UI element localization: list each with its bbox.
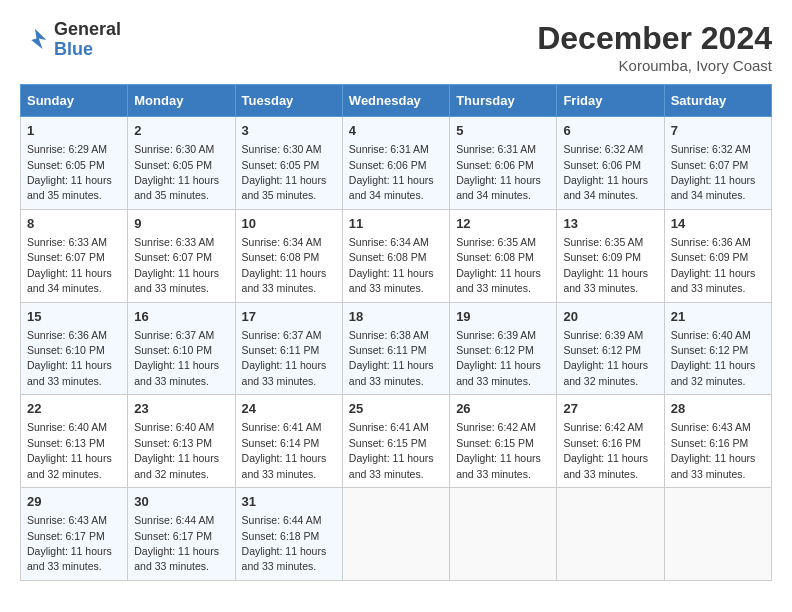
calendar-cell: 31Sunrise: 6:44 AMSunset: 6:18 PMDayligh… — [235, 488, 342, 581]
calendar-week-row: 15Sunrise: 6:36 AMSunset: 6:10 PMDayligh… — [21, 302, 772, 395]
cell-details: Sunrise: 6:29 AMSunset: 6:05 PMDaylight:… — [27, 143, 112, 201]
day-number: 10 — [242, 215, 336, 233]
day-number: 27 — [563, 400, 657, 418]
day-number: 20 — [563, 308, 657, 326]
logo-line2: Blue — [54, 40, 121, 60]
cell-details: Sunrise: 6:41 AMSunset: 6:15 PMDaylight:… — [349, 421, 434, 479]
calendar-cell: 24Sunrise: 6:41 AMSunset: 6:14 PMDayligh… — [235, 395, 342, 488]
cell-details: Sunrise: 6:39 AMSunset: 6:12 PMDaylight:… — [563, 329, 648, 387]
calendar-cell: 10Sunrise: 6:34 AMSunset: 6:08 PMDayligh… — [235, 209, 342, 302]
cell-details: Sunrise: 6:40 AMSunset: 6:12 PMDaylight:… — [671, 329, 756, 387]
calendar-cell: 15Sunrise: 6:36 AMSunset: 6:10 PMDayligh… — [21, 302, 128, 395]
calendar-cell: 11Sunrise: 6:34 AMSunset: 6:08 PMDayligh… — [342, 209, 449, 302]
calendar-week-row: 8Sunrise: 6:33 AMSunset: 6:07 PMDaylight… — [21, 209, 772, 302]
cell-details: Sunrise: 6:33 AMSunset: 6:07 PMDaylight:… — [134, 236, 219, 294]
calendar-cell: 27Sunrise: 6:42 AMSunset: 6:16 PMDayligh… — [557, 395, 664, 488]
day-number: 11 — [349, 215, 443, 233]
cell-details: Sunrise: 6:30 AMSunset: 6:05 PMDaylight:… — [134, 143, 219, 201]
cell-details: Sunrise: 6:37 AMSunset: 6:10 PMDaylight:… — [134, 329, 219, 387]
calendar-cell — [450, 488, 557, 581]
calendar-cell: 2Sunrise: 6:30 AMSunset: 6:05 PMDaylight… — [128, 117, 235, 210]
calendar-cell — [664, 488, 771, 581]
page-header: General Blue December 2024 Koroumba, Ivo… — [20, 20, 772, 74]
day-number: 13 — [563, 215, 657, 233]
calendar-cell: 25Sunrise: 6:41 AMSunset: 6:15 PMDayligh… — [342, 395, 449, 488]
day-number: 6 — [563, 122, 657, 140]
day-header-thursday: Thursday — [450, 85, 557, 117]
calendar-cell: 12Sunrise: 6:35 AMSunset: 6:08 PMDayligh… — [450, 209, 557, 302]
calendar-cell: 17Sunrise: 6:37 AMSunset: 6:11 PMDayligh… — [235, 302, 342, 395]
cell-details: Sunrise: 6:43 AMSunset: 6:17 PMDaylight:… — [27, 514, 112, 572]
calendar-week-row: 29Sunrise: 6:43 AMSunset: 6:17 PMDayligh… — [21, 488, 772, 581]
logo-icon — [20, 25, 50, 55]
title-block: December 2024 Koroumba, Ivory Coast — [537, 20, 772, 74]
cell-details: Sunrise: 6:32 AMSunset: 6:07 PMDaylight:… — [671, 143, 756, 201]
cell-details: Sunrise: 6:34 AMSunset: 6:08 PMDaylight:… — [242, 236, 327, 294]
day-number: 2 — [134, 122, 228, 140]
calendar-cell: 18Sunrise: 6:38 AMSunset: 6:11 PMDayligh… — [342, 302, 449, 395]
calendar-cell: 30Sunrise: 6:44 AMSunset: 6:17 PMDayligh… — [128, 488, 235, 581]
calendar-cell: 14Sunrise: 6:36 AMSunset: 6:09 PMDayligh… — [664, 209, 771, 302]
day-number: 18 — [349, 308, 443, 326]
calendar-cell — [342, 488, 449, 581]
cell-details: Sunrise: 6:32 AMSunset: 6:06 PMDaylight:… — [563, 143, 648, 201]
day-number: 21 — [671, 308, 765, 326]
calendar-week-row: 22Sunrise: 6:40 AMSunset: 6:13 PMDayligh… — [21, 395, 772, 488]
cell-details: Sunrise: 6:42 AMSunset: 6:16 PMDaylight:… — [563, 421, 648, 479]
cell-details: Sunrise: 6:37 AMSunset: 6:11 PMDaylight:… — [242, 329, 327, 387]
calendar-cell: 3Sunrise: 6:30 AMSunset: 6:05 PMDaylight… — [235, 117, 342, 210]
calendar-table: SundayMondayTuesdayWednesdayThursdayFrid… — [20, 84, 772, 581]
logo-line1: General — [54, 20, 121, 40]
calendar-cell: 26Sunrise: 6:42 AMSunset: 6:15 PMDayligh… — [450, 395, 557, 488]
logo-text: General Blue — [54, 20, 121, 60]
cell-details: Sunrise: 6:40 AMSunset: 6:13 PMDaylight:… — [134, 421, 219, 479]
calendar-cell: 22Sunrise: 6:40 AMSunset: 6:13 PMDayligh… — [21, 395, 128, 488]
cell-details: Sunrise: 6:34 AMSunset: 6:08 PMDaylight:… — [349, 236, 434, 294]
calendar-cell: 5Sunrise: 6:31 AMSunset: 6:06 PMDaylight… — [450, 117, 557, 210]
day-number: 23 — [134, 400, 228, 418]
cell-details: Sunrise: 6:35 AMSunset: 6:08 PMDaylight:… — [456, 236, 541, 294]
cell-details: Sunrise: 6:36 AMSunset: 6:09 PMDaylight:… — [671, 236, 756, 294]
cell-details: Sunrise: 6:43 AMSunset: 6:16 PMDaylight:… — [671, 421, 756, 479]
page-subtitle: Koroumba, Ivory Coast — [537, 57, 772, 74]
calendar-cell: 28Sunrise: 6:43 AMSunset: 6:16 PMDayligh… — [664, 395, 771, 488]
day-header-sunday: Sunday — [21, 85, 128, 117]
day-number: 29 — [27, 493, 121, 511]
day-number: 19 — [456, 308, 550, 326]
day-number: 15 — [27, 308, 121, 326]
cell-details: Sunrise: 6:30 AMSunset: 6:05 PMDaylight:… — [242, 143, 327, 201]
day-number: 12 — [456, 215, 550, 233]
day-header-saturday: Saturday — [664, 85, 771, 117]
calendar-week-row: 1Sunrise: 6:29 AMSunset: 6:05 PMDaylight… — [21, 117, 772, 210]
cell-details: Sunrise: 6:44 AMSunset: 6:17 PMDaylight:… — [134, 514, 219, 572]
cell-details: Sunrise: 6:39 AMSunset: 6:12 PMDaylight:… — [456, 329, 541, 387]
calendar-cell: 19Sunrise: 6:39 AMSunset: 6:12 PMDayligh… — [450, 302, 557, 395]
day-number: 26 — [456, 400, 550, 418]
cell-details: Sunrise: 6:31 AMSunset: 6:06 PMDaylight:… — [349, 143, 434, 201]
day-number: 8 — [27, 215, 121, 233]
day-number: 7 — [671, 122, 765, 140]
day-number: 5 — [456, 122, 550, 140]
day-header-tuesday: Tuesday — [235, 85, 342, 117]
day-number: 17 — [242, 308, 336, 326]
day-header-friday: Friday — [557, 85, 664, 117]
cell-details: Sunrise: 6:36 AMSunset: 6:10 PMDaylight:… — [27, 329, 112, 387]
day-number: 14 — [671, 215, 765, 233]
cell-details: Sunrise: 6:42 AMSunset: 6:15 PMDaylight:… — [456, 421, 541, 479]
day-number: 25 — [349, 400, 443, 418]
day-header-wednesday: Wednesday — [342, 85, 449, 117]
day-number: 4 — [349, 122, 443, 140]
day-number: 28 — [671, 400, 765, 418]
day-number: 24 — [242, 400, 336, 418]
day-number: 16 — [134, 308, 228, 326]
cell-details: Sunrise: 6:44 AMSunset: 6:18 PMDaylight:… — [242, 514, 327, 572]
cell-details: Sunrise: 6:35 AMSunset: 6:09 PMDaylight:… — [563, 236, 648, 294]
cell-details: Sunrise: 6:41 AMSunset: 6:14 PMDaylight:… — [242, 421, 327, 479]
page-title: December 2024 — [537, 20, 772, 57]
logo: General Blue — [20, 20, 121, 60]
calendar-cell: 4Sunrise: 6:31 AMSunset: 6:06 PMDaylight… — [342, 117, 449, 210]
calendar-cell: 6Sunrise: 6:32 AMSunset: 6:06 PMDaylight… — [557, 117, 664, 210]
day-number: 30 — [134, 493, 228, 511]
day-number: 3 — [242, 122, 336, 140]
calendar-cell: 9Sunrise: 6:33 AMSunset: 6:07 PMDaylight… — [128, 209, 235, 302]
